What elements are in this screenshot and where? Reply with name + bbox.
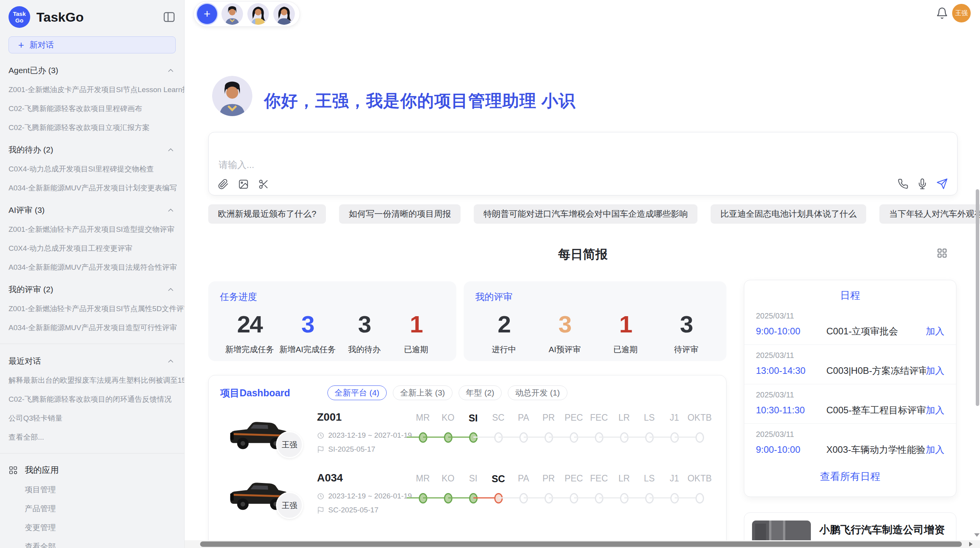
- suggestion-chip[interactable]: 当下年轻人对汽车外观有怎样的喜好趋势: [879, 204, 980, 224]
- sidebar-section-header: 我的待办 (2): [9, 144, 175, 155]
- sidebar-item[interactable]: C0X4-动力总成开发项目SI里程碑提交物检查: [9, 164, 184, 174]
- sidebar-sections: Agent已办 (3)Z001-全新燃油皮卡产品开发项目SI节点Lesson L…: [0, 65, 184, 548]
- sidebar: Task Go TaskGo + 新对话 Agent已办 (3)Z001-全新燃…: [0, 0, 185, 548]
- suggestion-chips: 欧洲新规最近颁布了什么?如何写一份清晰的项目周报特朗普可能对进口汽车增税会对中国…: [208, 204, 958, 224]
- scroll-right-arrow[interactable]: [969, 542, 973, 546]
- chevron-up-icon[interactable]: [166, 285, 175, 294]
- app-item[interactable]: 项目管理: [25, 485, 184, 495]
- chevron-up-icon[interactable]: [166, 66, 175, 75]
- milestone-label: KO: [435, 413, 461, 424]
- send-icon[interactable]: [936, 178, 948, 190]
- new-chat-label: 新对话: [29, 39, 54, 50]
- image-icon[interactable]: [238, 179, 249, 190]
- sidebar-item[interactable]: A034-全新新能源MUV产品开发项目计划变更表编写: [9, 183, 184, 193]
- new-chat-button[interactable]: + 新对话: [9, 36, 176, 53]
- milestone-label: SC: [486, 413, 511, 424]
- mic-icon[interactable]: [917, 178, 928, 189]
- milestone-label: SI: [461, 413, 486, 424]
- sidebar-item[interactable]: A034-全新新能源MUV产品开发项目造型可行性评审: [9, 323, 184, 333]
- app-item[interactable]: 变更管理: [25, 522, 184, 533]
- suggestion-chip[interactable]: 比亚迪全固态电池计划具体说了什么: [711, 204, 866, 224]
- join-button[interactable]: 加入: [926, 365, 944, 377]
- taskgo-app: Task Go TaskGo + 新对话 Agent已办 (3)Z001-全新燃…: [0, 0, 980, 548]
- milestone-label: LR: [612, 413, 637, 424]
- recent-chat-item[interactable]: 解释最新出台的欧盟报废车法规再生塑料比例被调至15%...: [9, 375, 184, 385]
- milestone-label: OKTB: [687, 473, 712, 485]
- agent-avatar-1[interactable]: [221, 3, 243, 25]
- horizontal-scrollbar-thumb[interactable]: [200, 541, 962, 547]
- composer-left-tools: [218, 179, 269, 190]
- project-owner-badge: 王强: [276, 431, 303, 458]
- dashboard-tab[interactable]: 年型 (2): [459, 385, 502, 400]
- project-owner-badge: 王强: [276, 492, 303, 519]
- milestone-timeline: MRKOSISCPAPRPECFECLRLSJ1OKTB: [410, 473, 714, 504]
- project-dashboard-card: 项目Dashboard 全新平台 (4)全新上装 (3)年型 (2)动总开发 (…: [208, 375, 726, 548]
- message-composer[interactable]: 请输入...: [208, 132, 958, 195]
- notification-bell-icon[interactable]: [936, 7, 948, 19]
- event-date: 2025/03/11: [756, 312, 944, 320]
- join-button[interactable]: 加入: [926, 325, 944, 337]
- chevron-up-icon[interactable]: [166, 206, 175, 214]
- chevron-up-icon[interactable]: [166, 146, 175, 154]
- schedule-title: 日程: [744, 280, 956, 302]
- project-row[interactable]: 王强A0342023-12-19 ~ 2026-01-19SC-2025-05-…: [219, 469, 716, 528]
- plus-icon: +: [18, 39, 24, 51]
- milestone-labels: MRKOSISCPAPRPECFECLRLSJ1OKTB: [410, 413, 714, 424]
- sidebar-header: Task Go TaskGo: [0, 0, 184, 28]
- layout-grid-icon[interactable]: [937, 248, 947, 259]
- stat-value: 24: [225, 310, 274, 339]
- suggestion-chip[interactable]: 如何写一份清晰的项目周报: [339, 204, 461, 224]
- sidebar-item[interactable]: C02-飞腾新能源轻客改款项目立项汇报方案: [9, 123, 184, 133]
- composer-right-tools: [898, 178, 948, 190]
- event-row: 9:00-10:00C001-立项审批会加入: [756, 325, 944, 337]
- schedule-event: 2025/03/119:00-10:00X003-车辆动力学性能验...加入: [744, 424, 956, 463]
- dashboard-tab[interactable]: 全新上装 (3): [393, 385, 452, 400]
- sidebar-section-title: 最近对话: [9, 356, 41, 366]
- app-item[interactable]: 产品管理: [25, 503, 184, 514]
- dashboard-tab[interactable]: 全新平台 (4): [327, 385, 387, 400]
- stat-label: 已逾期: [602, 344, 649, 355]
- view-all-link[interactable]: 查看全部...: [25, 541, 184, 548]
- scissors-icon[interactable]: [258, 179, 269, 190]
- phone-icon[interactable]: [898, 178, 908, 189]
- sidebar-item[interactable]: C0X4-动力总成开发项目工程变更评审: [9, 243, 184, 253]
- recent-chat-item[interactable]: C02-飞腾新能源轻客改款项目的闭环通告反馈情况: [9, 394, 184, 404]
- view-all-schedule-link[interactable]: 查看所有日程: [744, 470, 956, 483]
- my-apps-label: 我的应用: [25, 464, 175, 476]
- milestone-dot-pending: [696, 432, 704, 443]
- user-avatar[interactable]: 王强: [952, 4, 971, 22]
- milestone-track: [410, 492, 714, 504]
- project-name: Z001: [317, 411, 342, 423]
- sidebar-item[interactable]: A034-全新新能源MUV产品开发项目法规符合性评审: [9, 262, 184, 272]
- daily-brief-title: 每日简报: [208, 246, 958, 263]
- add-agent-button[interactable]: +: [197, 4, 217, 24]
- vertical-scrollbar-thumb[interactable]: [976, 189, 979, 406]
- dashboard-title: 项目Dashboard: [220, 387, 290, 399]
- recent-chat-item[interactable]: 公司Q3轻卡销量: [9, 413, 184, 423]
- project-row[interactable]: 王强Z0012023-12-19 ~ 2027-01-19SI-2025-05-…: [219, 409, 716, 468]
- scroll-down-arrow[interactable]: [974, 533, 980, 537]
- join-button[interactable]: 加入: [926, 444, 944, 456]
- sidebar-item[interactable]: Z001-全新燃油轻卡产品开发项目SI造型提交物评审: [9, 224, 184, 235]
- suggestion-chip[interactable]: 特朗普可能对进口汽车增税会对中国车企造成哪些影响: [474, 204, 697, 224]
- view-all-link[interactable]: 查看全部...: [9, 432, 184, 442]
- project-name: A034: [317, 472, 343, 484]
- agent-avatar-2[interactable]: [247, 3, 269, 25]
- sidebar-item[interactable]: C02-飞腾新能源轻客改款项目里程碑画布: [9, 104, 184, 114]
- apps-grid-icon: [9, 466, 18, 475]
- join-button[interactable]: 加入: [926, 404, 944, 416]
- project-flag: SI-2025-05-17: [317, 445, 375, 454]
- chevron-up-icon[interactable]: [166, 357, 175, 365]
- suggestion-chip[interactable]: 欧洲新规最近颁布了什么?: [208, 204, 326, 224]
- dashboard-tab[interactable]: 动总开发 (1): [508, 385, 567, 400]
- sidebar-item[interactable]: Z001-全新燃油轻卡产品开发项目SI节点属性5D文件评审: [9, 304, 184, 314]
- attachment-icon[interactable]: [218, 179, 229, 190]
- sidebar-item-my-apps[interactable]: 我的应用: [9, 464, 175, 476]
- sidebar-collapse-icon[interactable]: [163, 10, 176, 24]
- sidebar-section-title: 我的评审 (2): [9, 284, 53, 295]
- sidebar-section-header: 最近对话: [9, 356, 175, 366]
- stat-label: 我的待办: [341, 344, 387, 355]
- agent-avatar-3[interactable]: [273, 3, 295, 25]
- stat-value: 1: [393, 310, 439, 339]
- sidebar-item[interactable]: Z001-全新燃油皮卡产品开发项目SI节点Lesson Learn报告: [9, 85, 184, 95]
